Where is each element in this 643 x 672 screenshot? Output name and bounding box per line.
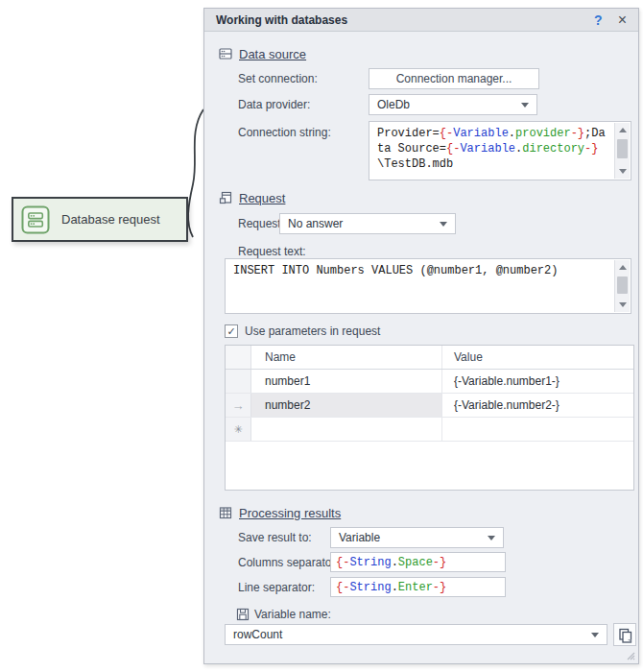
request-text-value: INSERT INTO Numbers VALUES (@number1, @n… — [226, 259, 631, 278]
parameters-table: Name Value number1 {-Variable.number1-} … — [225, 345, 634, 491]
columns-separator-label: Columns separator: — [238, 556, 339, 569]
table-row-new[interactable]: ✳ — [226, 418, 633, 442]
param-value-cell[interactable]: {-Variable.number2-} — [442, 394, 633, 417]
param-name-cell[interactable]: number1 — [251, 370, 442, 393]
chevron-down-icon — [440, 222, 447, 227]
help-button[interactable]: ? — [594, 12, 603, 28]
data-provider-select[interactable]: OleDb — [369, 94, 537, 115]
columns-separator-input[interactable]: {-String.Space-} — [330, 552, 506, 572]
database-icon — [21, 205, 50, 234]
current-row-icon: → — [232, 398, 245, 413]
request-icon — [218, 190, 233, 205]
variable-name-label: Variable name: — [254, 608, 331, 621]
columns-separator-value: {-String.Space-} — [336, 556, 446, 569]
param-value-cell[interactable]: {-Variable.number1-} — [442, 370, 633, 393]
section-heading: Data source — [239, 47, 306, 61]
save-result-value: Variable — [339, 531, 380, 544]
section-request[interactable]: Request — [218, 190, 285, 205]
connection-string-label: Connection string: — [238, 126, 331, 139]
scrollbar-thumb[interactable] — [617, 276, 628, 294]
param-name-cell[interactable] — [251, 418, 442, 441]
scroll-down-icon[interactable] — [615, 164, 630, 179]
data-source-icon — [218, 46, 233, 61]
connection-manager-button[interactable]: Connection manager... — [369, 68, 539, 89]
table-row[interactable]: number1 {-Variable.number1-} — [226, 370, 633, 394]
scroll-down-icon[interactable] — [615, 298, 630, 312]
table-row[interactable]: → number2 {-Variable.number2-} — [226, 394, 633, 418]
section-data-source[interactable]: Data source — [218, 46, 306, 61]
request-text-label: Request text: — [238, 245, 306, 258]
check-icon: ✓ — [226, 326, 235, 337]
panel-titlebar: Working with databases ? × — [204, 9, 638, 32]
scrollbar[interactable] — [614, 123, 630, 179]
variable-name-value: rowCount — [233, 628, 282, 641]
column-header-name[interactable]: Name — [251, 346, 442, 369]
flow-node-label: Database request — [61, 212, 160, 227]
resize-grip[interactable] — [624, 649, 635, 660]
save-result-label: Save result to: — [238, 531, 312, 544]
scroll-up-icon[interactable] — [615, 260, 630, 275]
column-header-value[interactable]: Value — [442, 346, 633, 369]
row-header-cell[interactable] — [226, 370, 251, 393]
save-variable-icon — [236, 608, 250, 621]
chevron-down-icon — [521, 103, 529, 108]
request-type-select[interactable]: No answer — [279, 213, 456, 234]
section-processing-results[interactable]: Processing results — [218, 505, 341, 520]
line-separator-input[interactable]: {-String.Enter-} — [330, 577, 506, 597]
panel-title: Working with databases — [216, 13, 347, 27]
param-name-cell[interactable]: number2 — [251, 394, 442, 417]
new-row-icon: ✳ — [233, 423, 242, 436]
properties-panel: Working with databases ? × Data source S… — [203, 8, 639, 664]
scrollbar[interactable] — [614, 260, 630, 312]
row-header-cell — [226, 346, 251, 369]
checkbox-box: ✓ — [225, 324, 238, 338]
use-parameters-label: Use parameters in request — [245, 324, 380, 338]
use-parameters-checkbox[interactable]: ✓ Use parameters in request — [225, 324, 380, 338]
variable-name-select[interactable]: rowCount — [225, 624, 607, 645]
line-separator-label: Line separator: — [238, 581, 315, 594]
request-text-textarea[interactable]: INSERT INTO Numbers VALUES (@number1, @n… — [225, 258, 631, 314]
flow-node-database-request[interactable]: Database request — [12, 197, 188, 242]
row-header-cell[interactable]: ✳ — [226, 418, 251, 441]
chevron-down-icon — [591, 633, 599, 637]
processing-results-icon — [218, 505, 233, 520]
chevron-down-icon — [488, 536, 495, 540]
close-button[interactable]: × — [618, 13, 627, 27]
scroll-up-icon[interactable] — [615, 123, 630, 137]
connection-string-textarea[interactable]: Provider={-Variable.provider-};Data Sour… — [369, 121, 631, 180]
copy-variable-button[interactable] — [613, 623, 636, 646]
param-value-cell[interactable] — [442, 418, 633, 441]
row-header-cell[interactable]: → — [226, 394, 251, 417]
scrollbar-thumb[interactable] — [617, 139, 628, 158]
section-heading: Processing results — [239, 506, 341, 520]
variable-name-row: Variable name: — [236, 608, 331, 621]
request-type-value: No answer — [288, 217, 343, 230]
line-separator-value: {-String.Enter-} — [336, 581, 446, 594]
data-provider-value: OleDb — [377, 98, 410, 111]
section-heading: Request — [239, 191, 285, 205]
save-result-select[interactable]: Variable — [330, 527, 504, 548]
table-header-row: Name Value — [226, 346, 633, 370]
set-connection-label: Set connection: — [238, 72, 318, 85]
connection-string-value: Provider={-Variable.provider-};Data Sour… — [369, 122, 607, 172]
data-provider-label: Data provider: — [238, 98, 310, 111]
copy-icon — [617, 627, 633, 643]
